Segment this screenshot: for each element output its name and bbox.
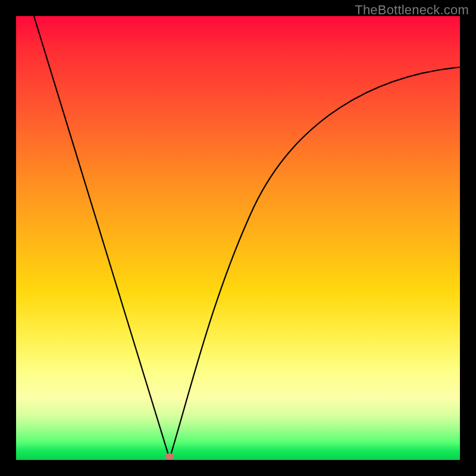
curve-right-branch	[170, 67, 460, 459]
watermark-text: TheBottleneck.com	[355, 2, 469, 18]
chart-frame: TheBottleneck.com	[0, 0, 476, 476]
min-marker	[165, 453, 174, 459]
plot-area	[16, 16, 460, 460]
curve-left-branch	[34, 16, 170, 459]
bottleneck-curve	[16, 16, 460, 460]
